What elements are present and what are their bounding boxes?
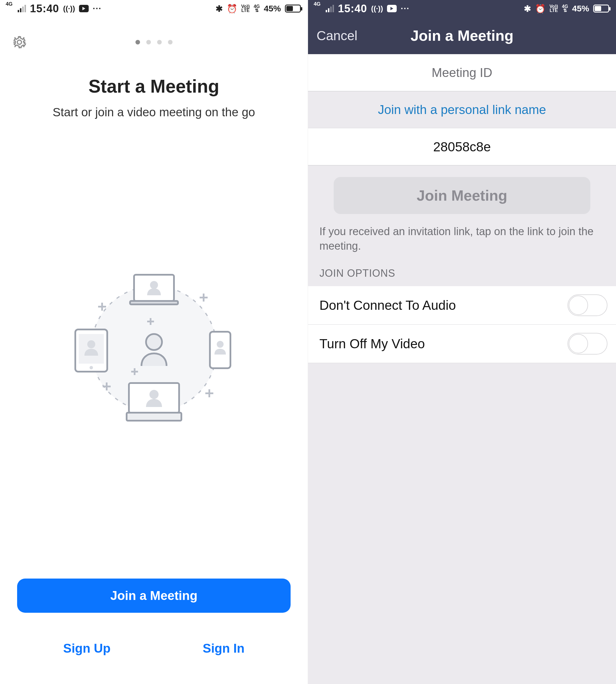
- alarm-icon: ⏰: [227, 4, 237, 14]
- volte-icon: Vo))LTE: [241, 4, 250, 13]
- page-title: Start a Meeting: [0, 76, 308, 97]
- video-toggle[interactable]: [568, 333, 608, 355]
- personal-link-button[interactable]: Join with a personal link name: [308, 91, 616, 128]
- meeting-id-placeholder: Meeting ID: [432, 66, 492, 80]
- meeting-id-input[interactable]: Meeting ID: [308, 54, 616, 91]
- battery-percent: 45%: [264, 4, 281, 14]
- svg-point-14: [150, 390, 158, 399]
- svg-point-9: [90, 366, 93, 369]
- clock-time: 15:40: [30, 3, 59, 15]
- signal-icon: [18, 5, 26, 12]
- page-dot: [157, 40, 162, 44]
- clock-time: 15:40: [338, 3, 367, 15]
- svg-point-0: [17, 40, 22, 44]
- network-type-label: 4G: [6, 1, 13, 7]
- join-meeting-submit-button[interactable]: Join Meeting: [334, 177, 590, 214]
- more-notifications-icon: ···: [93, 4, 102, 14]
- option-dont-connect-audio: Don't Connect To Audio: [308, 286, 616, 325]
- svg-point-11: [217, 341, 224, 348]
- battery-percent: 45%: [572, 4, 589, 14]
- navigation-bar: Cancel Join a Meeting: [308, 17, 616, 54]
- battery-icon: [593, 4, 609, 13]
- hotspot-icon: ((·)): [63, 4, 75, 13]
- settings-icon[interactable]: [12, 34, 27, 50]
- option-label: Don't Connect To Audio: [320, 298, 456, 313]
- join-meeting-button[interactable]: Join a Meeting: [17, 578, 291, 613]
- audio-toggle[interactable]: [568, 294, 608, 316]
- status-bar: 4G 15:40 ((·)) ··· ✱ ⏰ Vo))LTE 4G⇅ 45%: [308, 0, 616, 17]
- video-notification-icon: [387, 5, 397, 12]
- status-bar: 4G 15:40 ((·)) ··· ✱ ⏰ Vo))LTE 4G⇅ 45%: [0, 0, 308, 17]
- page-dot: [135, 40, 140, 44]
- join-meeting-screen: 4G 15:40 ((·)) ··· ✱ ⏰ Vo))LTE 4G⇅ 45% C…: [308, 0, 616, 684]
- signal-icon: [326, 5, 334, 12]
- svg-rect-4: [130, 301, 178, 304]
- data-4g-icon: 4G⇅: [254, 4, 260, 13]
- page-dot: [146, 40, 151, 44]
- svg-point-2: [146, 334, 162, 350]
- more-notifications-icon: ···: [401, 4, 410, 14]
- video-notification-icon: [79, 5, 89, 12]
- data-4g-icon: 4G⇅: [562, 4, 568, 13]
- page-dot: [168, 40, 173, 44]
- sign-in-button[interactable]: Sign In: [203, 641, 245, 656]
- option-turn-off-video: Turn Off My Video: [308, 325, 616, 363]
- onboarding-illustration: [0, 119, 308, 578]
- network-type-label: 4G: [314, 1, 321, 7]
- svg-point-5: [150, 281, 158, 289]
- sign-up-button[interactable]: Sign Up: [63, 641, 111, 656]
- invitation-hint: If you received an invitation link, tap …: [320, 224, 604, 254]
- option-label: Turn Off My Video: [320, 336, 425, 351]
- bluetooth-icon: ✱: [524, 4, 531, 14]
- page-subtitle: Start or join a video meeting on the go: [0, 106, 308, 119]
- svg-rect-13: [127, 413, 181, 421]
- alarm-icon: ⏰: [535, 4, 546, 14]
- join-options-label: JOIN OPTIONS: [320, 267, 604, 279]
- volte-icon: Vo))LTE: [550, 4, 558, 13]
- hotspot-icon: ((·)): [371, 4, 383, 13]
- bluetooth-icon: ✱: [216, 4, 223, 14]
- display-name-input[interactable]: 28058c8e: [308, 128, 616, 165]
- battery-icon: [285, 4, 301, 13]
- svg-point-8: [87, 340, 95, 348]
- welcome-screen: 4G 15:40 ((·)) ··· ✱ ⏰ Vo))LTE 4G⇅ 45%: [0, 0, 308, 684]
- cancel-button[interactable]: Cancel: [316, 28, 357, 43]
- page-indicator: [27, 40, 280, 44]
